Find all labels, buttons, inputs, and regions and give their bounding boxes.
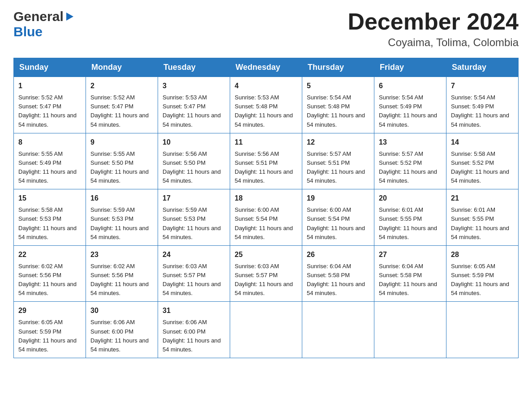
day-number: 3	[163, 81, 225, 91]
table-row: 20Sunrise: 6:01 AMSunset: 5:55 PMDayligh…	[374, 189, 446, 246]
day-info: Sunrise: 6:05 AMSunset: 5:59 PMDaylight:…	[18, 318, 81, 354]
day-number: 21	[451, 193, 514, 204]
table-row	[302, 302, 374, 358]
day-info: Sunrise: 5:54 AMSunset: 5:49 PMDaylight:…	[451, 93, 514, 129]
month-title: December 2024	[348, 9, 519, 34]
title-block: December 2024 Coyaima, Tolima, Colombia	[348, 9, 519, 49]
table-row: 31Sunrise: 6:06 AMSunset: 6:00 PMDayligh…	[158, 302, 230, 358]
table-row: 15Sunrise: 5:58 AMSunset: 5:53 PMDayligh…	[14, 189, 86, 246]
day-info: Sunrise: 5:53 AMSunset: 5:47 PMDaylight:…	[163, 93, 225, 129]
day-number: 22	[18, 249, 81, 260]
table-row: 11Sunrise: 5:56 AMSunset: 5:51 PMDayligh…	[230, 133, 302, 189]
day-number: 29	[18, 305, 81, 316]
day-info: Sunrise: 5:55 AMSunset: 5:49 PMDaylight:…	[18, 150, 81, 186]
col-wednesday: Wednesday	[230, 58, 302, 77]
day-info: Sunrise: 6:06 AMSunset: 6:00 PMDaylight:…	[163, 318, 225, 354]
day-number: 2	[90, 81, 153, 91]
calendar-week-row: 15Sunrise: 5:58 AMSunset: 5:53 PMDayligh…	[14, 189, 519, 246]
table-row: 23Sunrise: 6:02 AMSunset: 5:56 PMDayligh…	[86, 245, 158, 302]
table-row: 10Sunrise: 5:56 AMSunset: 5:50 PMDayligh…	[158, 133, 230, 189]
day-number: 24	[163, 249, 225, 260]
table-row: 5Sunrise: 5:54 AMSunset: 5:48 PMDaylight…	[302, 77, 374, 133]
logo-blue-text: Blue	[13, 24, 43, 39]
day-number: 17	[163, 193, 225, 204]
calendar-week-row: 29Sunrise: 6:05 AMSunset: 5:59 PMDayligh…	[14, 302, 519, 358]
table-row: 6Sunrise: 5:54 AMSunset: 5:49 PMDaylight…	[374, 77, 446, 133]
day-info: Sunrise: 5:55 AMSunset: 5:50 PMDaylight:…	[90, 150, 153, 186]
col-monday: Monday	[86, 58, 158, 77]
table-row	[446, 302, 519, 358]
logo: General Blue	[13, 9, 74, 39]
day-info: Sunrise: 5:59 AMSunset: 5:53 PMDaylight:…	[163, 206, 225, 242]
day-info: Sunrise: 5:57 AMSunset: 5:52 PMDaylight:…	[379, 150, 442, 186]
day-info: Sunrise: 6:04 AMSunset: 5:58 PMDaylight:…	[307, 262, 369, 298]
day-info: Sunrise: 5:54 AMSunset: 5:49 PMDaylight:…	[379, 93, 442, 129]
day-info: Sunrise: 5:59 AMSunset: 5:53 PMDaylight:…	[90, 206, 153, 242]
day-info: Sunrise: 6:03 AMSunset: 5:57 PMDaylight:…	[235, 262, 297, 298]
day-number: 26	[307, 249, 369, 260]
day-number: 27	[379, 249, 442, 260]
calendar-week-row: 1Sunrise: 5:52 AMSunset: 5:47 PMDaylight…	[14, 77, 519, 133]
day-info: Sunrise: 6:02 AMSunset: 5:56 PMDaylight:…	[18, 262, 81, 298]
day-info: Sunrise: 6:00 AMSunset: 5:54 PMDaylight:…	[307, 206, 369, 242]
day-info: Sunrise: 5:56 AMSunset: 5:50 PMDaylight:…	[163, 150, 225, 186]
day-number: 4	[235, 81, 297, 91]
logo-arrow-icon	[64, 12, 74, 21]
table-row	[230, 302, 302, 358]
table-row: 22Sunrise: 6:02 AMSunset: 5:56 PMDayligh…	[14, 245, 86, 302]
col-tuesday: Tuesday	[158, 58, 230, 77]
day-number: 7	[451, 81, 514, 91]
table-row: 19Sunrise: 6:00 AMSunset: 5:54 PMDayligh…	[302, 189, 374, 246]
table-row: 21Sunrise: 6:01 AMSunset: 5:55 PMDayligh…	[446, 189, 519, 246]
day-info: Sunrise: 6:05 AMSunset: 5:59 PMDaylight:…	[451, 262, 514, 298]
svg-marker-0	[66, 13, 73, 21]
day-number: 9	[90, 137, 153, 148]
col-friday: Friday	[374, 58, 446, 77]
table-row: 26Sunrise: 6:04 AMSunset: 5:58 PMDayligh…	[302, 245, 374, 302]
table-row: 12Sunrise: 5:57 AMSunset: 5:51 PMDayligh…	[302, 133, 374, 189]
day-info: Sunrise: 5:52 AMSunset: 5:47 PMDaylight:…	[18, 93, 81, 129]
day-info: Sunrise: 5:58 AMSunset: 5:53 PMDaylight:…	[18, 206, 81, 242]
day-info: Sunrise: 5:58 AMSunset: 5:52 PMDaylight:…	[451, 150, 514, 186]
day-number: 15	[18, 193, 81, 204]
logo-general-text: General	[13, 9, 64, 24]
day-info: Sunrise: 5:52 AMSunset: 5:47 PMDaylight:…	[90, 93, 153, 129]
col-saturday: Saturday	[446, 58, 519, 77]
table-row: 7Sunrise: 5:54 AMSunset: 5:49 PMDaylight…	[446, 77, 519, 133]
day-number: 20	[379, 193, 442, 204]
day-info: Sunrise: 6:01 AMSunset: 5:55 PMDaylight:…	[451, 206, 514, 242]
calendar-header-row: Sunday Monday Tuesday Wednesday Thursday…	[14, 58, 519, 77]
day-info: Sunrise: 5:57 AMSunset: 5:51 PMDaylight:…	[307, 150, 369, 186]
table-row: 18Sunrise: 6:00 AMSunset: 5:54 PMDayligh…	[230, 189, 302, 246]
table-row: 9Sunrise: 5:55 AMSunset: 5:50 PMDaylight…	[86, 133, 158, 189]
day-number: 6	[379, 81, 442, 91]
day-info: Sunrise: 5:54 AMSunset: 5:48 PMDaylight:…	[307, 93, 369, 129]
page-header: General Blue December 2024 Coyaima, Toli…	[13, 9, 519, 49]
table-row: 30Sunrise: 6:06 AMSunset: 6:00 PMDayligh…	[86, 302, 158, 358]
day-number: 18	[235, 193, 297, 204]
day-info: Sunrise: 6:02 AMSunset: 5:56 PMDaylight:…	[90, 262, 153, 298]
table-row: 24Sunrise: 6:03 AMSunset: 5:57 PMDayligh…	[158, 245, 230, 302]
table-row: 3Sunrise: 5:53 AMSunset: 5:47 PMDaylight…	[158, 77, 230, 133]
day-number: 1	[18, 81, 81, 91]
table-row: 4Sunrise: 5:53 AMSunset: 5:48 PMDaylight…	[230, 77, 302, 133]
day-info: Sunrise: 6:03 AMSunset: 5:57 PMDaylight:…	[163, 262, 225, 298]
table-row: 14Sunrise: 5:58 AMSunset: 5:52 PMDayligh…	[446, 133, 519, 189]
day-number: 25	[235, 249, 297, 260]
day-number: 12	[307, 137, 369, 148]
day-number: 13	[379, 137, 442, 148]
day-number: 30	[90, 305, 153, 316]
calendar-table: Sunday Monday Tuesday Wednesday Thursday…	[13, 58, 519, 358]
location-title: Coyaima, Tolima, Colombia	[348, 36, 519, 49]
table-row: 2Sunrise: 5:52 AMSunset: 5:47 PMDaylight…	[86, 77, 158, 133]
day-info: Sunrise: 5:53 AMSunset: 5:48 PMDaylight:…	[235, 93, 297, 129]
table-row: 13Sunrise: 5:57 AMSunset: 5:52 PMDayligh…	[374, 133, 446, 189]
col-sunday: Sunday	[14, 58, 86, 77]
table-row	[374, 302, 446, 358]
day-number: 10	[163, 137, 225, 148]
day-number: 16	[90, 193, 153, 204]
col-thursday: Thursday	[302, 58, 374, 77]
day-number: 14	[451, 137, 514, 148]
day-number: 11	[235, 137, 297, 148]
table-row: 8Sunrise: 5:55 AMSunset: 5:49 PMDaylight…	[14, 133, 86, 189]
